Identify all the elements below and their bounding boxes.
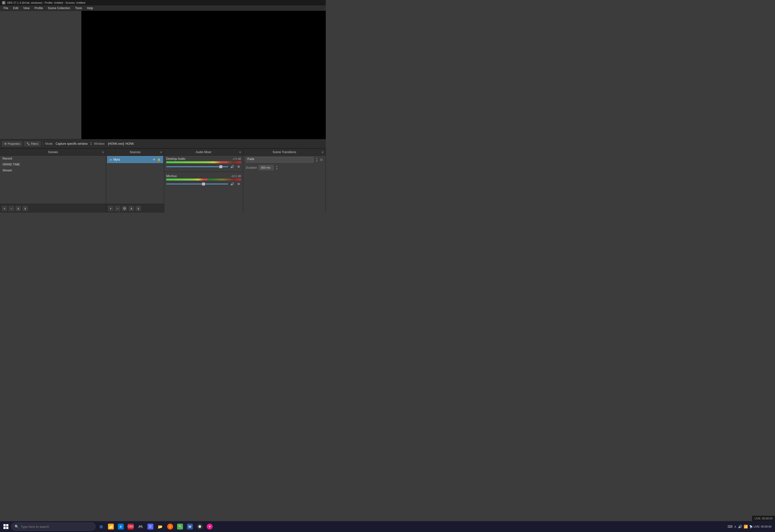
scenes-panel: Scenes ≡ Record GRIND TIME Stream + − ∧ … xyxy=(0,149,106,213)
duration-arrows[interactable]: ▲ ▼ xyxy=(276,165,278,170)
window-label: Window xyxy=(94,142,105,145)
audio-channel-desktop-db: -2.9 dB xyxy=(232,157,241,160)
separator1: | xyxy=(42,142,43,145)
sources-panel-header: Sources ≡ xyxy=(106,149,164,156)
audio-channel-desktop-name: Desktop Audio xyxy=(166,157,185,160)
source-link-icon: ∞ xyxy=(109,157,112,161)
scenes-up-button[interactable]: ∧ xyxy=(16,206,21,211)
scenes-panel-body: Record GRIND TIME Stream xyxy=(0,156,106,204)
audio-desktop-mute-button[interactable]: 🔊 xyxy=(230,164,235,169)
sources-title: Sources xyxy=(130,150,140,154)
duration-down-arrow[interactable]: ▼ xyxy=(276,168,278,170)
mode-value: Capture specific window xyxy=(56,142,87,145)
title-bar: ⏺ OBS 27.1.3 (64-bit, windows) - Profile… xyxy=(0,0,326,5)
sources-remove-button[interactable]: − xyxy=(115,206,120,211)
filters-button[interactable]: 🔧 Filters xyxy=(24,141,40,146)
source-item-lock-icon[interactable]: 🔒 xyxy=(157,158,161,161)
transitions-panel-header: Scene Transitions ≡ xyxy=(243,149,325,156)
scene-item-record[interactable]: Record xyxy=(0,156,106,161)
properties-button[interactable]: ⚙ Properties xyxy=(2,141,22,146)
scenes-panel-menu-icon[interactable]: ≡ xyxy=(102,150,104,154)
scenes-panel-header: Scenes ≡ xyxy=(0,149,106,156)
transitions-panel-menu-icon[interactable]: ≡ xyxy=(321,150,323,154)
audio-title: Audio Mixer xyxy=(196,150,211,154)
mode-label: Mode xyxy=(45,142,53,145)
filters-label: Filters xyxy=(31,142,38,145)
sources-panel-menu-icon[interactable]: ≡ xyxy=(160,150,162,154)
audio-panel-body: Desktop Audio -2.9 dB 🔊 ⚙ Mic/A xyxy=(164,156,243,213)
filter-icon: 🔧 xyxy=(26,142,30,145)
mode-arrows[interactable]: ▲ ▼ xyxy=(90,142,92,146)
source-item-label: Myra xyxy=(113,158,151,161)
audio-panel-header: Audio Mixer ≡ xyxy=(164,149,243,156)
scenes-down-button[interactable]: ∨ xyxy=(23,206,28,211)
audio-panel: Audio Mixer ≡ Desktop Audio -2.9 dB 🔊 xyxy=(164,149,243,213)
audio-desktop-slider[interactable] xyxy=(166,166,228,167)
source-item-myra[interactable]: ∞ Myra 👁 🔒 xyxy=(107,156,163,163)
transition-arrows[interactable]: ▲ ▼ xyxy=(315,157,318,162)
source-bar: ⚙ Properties 🔧 Filters | Mode Capture sp… xyxy=(0,139,326,148)
gear-icon: ⚙ xyxy=(4,142,7,145)
menu-profile[interactable]: Profile xyxy=(32,6,45,10)
preview-canvas xyxy=(81,11,326,139)
duration-label: Duration xyxy=(246,166,257,169)
menu-file[interactable]: File xyxy=(1,6,11,10)
transition-gear-icon[interactable]: ⚙ xyxy=(320,158,323,162)
audio-channel-desktop: Desktop Audio -2.9 dB 🔊 ⚙ xyxy=(164,156,243,171)
sources-settings-button[interactable]: ⚙ xyxy=(122,206,127,211)
audio-desktop-meter-bar xyxy=(166,161,227,163)
scenes-title: Scenes xyxy=(48,150,58,154)
scenes-panel-footer: + − ∧ ∨ xyxy=(0,204,106,213)
menu-help[interactable]: Help xyxy=(84,6,96,10)
transition-down-arrow[interactable]: ▼ xyxy=(315,160,318,162)
audio-desktop-settings-button[interactable]: ⚙ xyxy=(236,164,241,169)
scenes-add-button[interactable]: + xyxy=(2,206,7,211)
audio-desktop-meter xyxy=(166,161,241,163)
transitions-panel: Scene Transitions ≡ Fade ▲ ▼ ⚙ Duration … xyxy=(243,149,326,213)
sources-up-button[interactable]: ∧ xyxy=(129,206,134,211)
audio-mic-slider-row: 🔊 ⚙ xyxy=(166,181,241,186)
app-icon: ⏺ xyxy=(2,1,5,4)
duration-up-arrow[interactable]: ▲ xyxy=(276,165,278,168)
audio-channel-mic: Mic/Aux -18.2 dB 🔊 ⚙ xyxy=(164,173,243,188)
duration-value[interactable]: 300 ms xyxy=(259,165,274,170)
sources-panel-body: ∞ Myra 👁 🔒 xyxy=(106,156,164,204)
bottom-panels: Scenes ≡ Record GRIND TIME Stream + − ∧ … xyxy=(0,148,326,213)
audio-channel-mic-db: -18.2 dB xyxy=(231,175,241,177)
sources-down-button[interactable]: ∨ xyxy=(136,206,141,211)
transition-select[interactable]: Fade xyxy=(246,157,314,162)
sources-add-button[interactable]: + xyxy=(108,206,113,211)
audio-mic-slider[interactable] xyxy=(166,183,228,184)
menu-edit[interactable]: Edit xyxy=(11,6,21,10)
source-item-visibility-icon[interactable]: 👁 xyxy=(153,158,156,161)
audio-channel-mic-name: Mic/Aux xyxy=(166,174,177,178)
mode-down-arrow[interactable]: ▼ xyxy=(90,144,92,146)
scene-item-grind-time[interactable]: GRIND TIME xyxy=(0,161,106,167)
title-bar-text: OBS 27.1.3 (64-bit, windows) - Profile: … xyxy=(7,1,85,4)
audio-mic-settings-button[interactable]: ⚙ xyxy=(236,181,241,186)
scene-item-stream[interactable]: Stream xyxy=(0,167,106,173)
menu-bar: File Edit View Profile Scene Collection … xyxy=(0,5,326,11)
transition-up-arrow[interactable]: ▲ xyxy=(315,157,318,160)
properties-label: Properties xyxy=(8,142,20,145)
audio-panel-menu-icon[interactable]: ≡ xyxy=(239,150,241,154)
audio-desktop-slider-row: 🔊 ⚙ xyxy=(166,164,241,169)
audio-mic-meter-bar xyxy=(166,178,207,180)
window-value: [HONK.exe]: HONK xyxy=(108,142,134,145)
audio-mic-meter xyxy=(166,178,241,180)
menu-view[interactable]: View xyxy=(21,6,32,10)
audio-channel-desktop-header: Desktop Audio -2.9 dB xyxy=(166,157,241,160)
audio-mic-mute-button[interactable]: 🔊 xyxy=(230,181,235,186)
menu-scene-collection[interactable]: Scene Collection xyxy=(45,6,73,10)
transitions-panel-body: Fade ▲ ▼ ⚙ Duration 300 ms ▲ ▼ xyxy=(243,156,325,213)
menu-tools[interactable]: Tools xyxy=(73,6,84,10)
duration-row: Duration 300 ms ▲ ▼ xyxy=(243,164,325,171)
scenes-remove-button[interactable]: − xyxy=(9,206,14,211)
audio-mic-slider-thumb[interactable] xyxy=(202,182,205,185)
audio-desktop-slider-thumb[interactable] xyxy=(219,165,222,168)
left-preview-panel xyxy=(0,11,81,139)
main-layout xyxy=(0,11,326,139)
transition-row: Fade ▲ ▼ ⚙ xyxy=(243,156,325,164)
sources-panel-footer: + − ⚙ ∧ ∨ xyxy=(106,204,164,213)
transitions-title: Scene Transitions xyxy=(273,150,296,154)
